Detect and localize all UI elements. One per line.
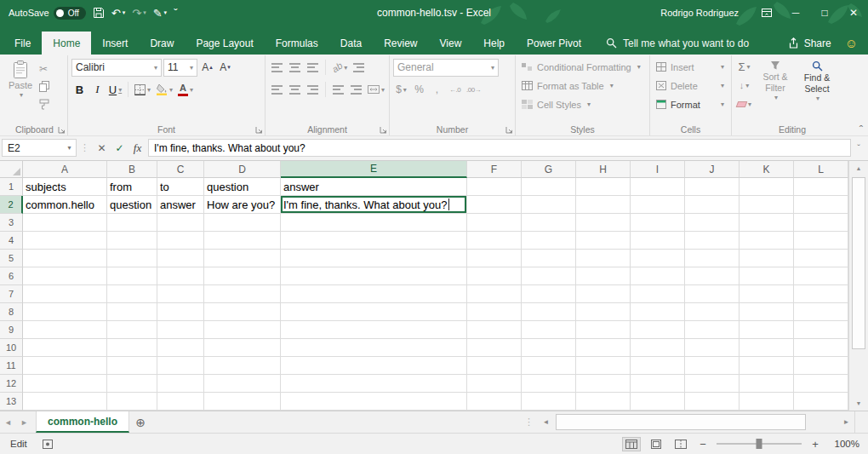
- accounting-format-button[interactable]: $▾: [393, 81, 409, 99]
- cell-E12[interactable]: [281, 375, 467, 393]
- cell-L12[interactable]: [794, 375, 848, 393]
- cell-D4[interactable]: [204, 232, 281, 250]
- cell-C9[interactable]: [157, 321, 204, 339]
- scroll-up-arrow[interactable]: ▲: [849, 161, 868, 175]
- cell-D1[interactable]: question: [204, 178, 281, 196]
- column-header-C[interactable]: C: [157, 161, 204, 178]
- tab-home[interactable]: Home: [42, 32, 91, 55]
- tab-insert[interactable]: Insert: [91, 32, 139, 55]
- column-header-G[interactable]: G: [522, 161, 576, 178]
- cell-K1[interactable]: [740, 178, 794, 196]
- percent-style-button[interactable]: %: [411, 81, 427, 99]
- cell-F3[interactable]: [467, 214, 522, 232]
- ribbon-display-options-button[interactable]: [752, 0, 781, 26]
- tab-power-pivot[interactable]: Power Pivot: [516, 32, 592, 55]
- cell-C3[interactable]: [157, 214, 204, 232]
- cell-K8[interactable]: [740, 303, 794, 321]
- cell-G12[interactable]: [522, 375, 576, 393]
- cell-B11[interactable]: [107, 357, 157, 375]
- vertical-scrollbar[interactable]: ▲ ▼: [848, 161, 868, 411]
- cell-H13[interactable]: [576, 393, 631, 411]
- cell-C6[interactable]: [157, 267, 204, 285]
- cell-F10[interactable]: [467, 339, 522, 357]
- cell-F2[interactable]: [467, 196, 522, 214]
- merge-center-button[interactable]: ▾: [366, 81, 386, 99]
- enter-button[interactable]: ✓: [111, 142, 128, 154]
- column-header-L[interactable]: L: [794, 161, 848, 178]
- active-cell[interactable]: I'm fine, thanks. What about you?: [281, 196, 467, 214]
- cell-I11[interactable]: [631, 357, 685, 375]
- cell-H1[interactable]: [576, 178, 631, 196]
- collapse-ribbon-button[interactable]: ˆ: [859, 126, 863, 135]
- cell-G6[interactable]: [522, 267, 576, 285]
- tab-formulas[interactable]: Formulas: [265, 32, 329, 55]
- vertical-scroll-track[interactable]: [852, 175, 865, 396]
- cell-G7[interactable]: [522, 285, 576, 303]
- cell-I4[interactable]: [631, 232, 685, 250]
- cell-J2[interactable]: [685, 196, 740, 214]
- cell-E4[interactable]: [281, 232, 467, 250]
- cell-A12[interactable]: [23, 375, 107, 393]
- row-header-1[interactable]: 1: [0, 178, 23, 196]
- clipboard-dialog-launcher[interactable]: [58, 126, 66, 134]
- cell-C11[interactable]: [157, 357, 204, 375]
- cut-button[interactable]: ✂: [39, 61, 49, 76]
- cell-L8[interactable]: [794, 303, 848, 321]
- italic-button[interactable]: I: [89, 81, 106, 99]
- cell-B1[interactable]: from: [107, 178, 157, 196]
- cell-K4[interactable]: [740, 232, 794, 250]
- customize-qat-button[interactable]: ˇ: [174, 7, 177, 20]
- new-sheet-button[interactable]: ⊕: [129, 416, 151, 429]
- align-top-button[interactable]: [269, 59, 285, 77]
- page-layout-view-button[interactable]: [648, 438, 665, 451]
- save-button[interactable]: [93, 7, 105, 19]
- cell-B3[interactable]: [107, 214, 157, 232]
- page-break-view-button[interactable]: [672, 438, 689, 451]
- zoom-level[interactable]: 100%: [829, 439, 859, 449]
- cell-F5[interactable]: [467, 250, 522, 267]
- column-header-I[interactable]: I: [631, 161, 685, 178]
- cell-H7[interactable]: [576, 285, 631, 303]
- horizontal-scroll-track[interactable]: [554, 411, 838, 433]
- cell-E7[interactable]: [281, 285, 467, 303]
- autosum-button[interactable]: Σ▾: [735, 58, 753, 75]
- cell-G1[interactable]: [522, 178, 576, 196]
- cell-J4[interactable]: [685, 232, 740, 250]
- cell-D13[interactable]: [204, 393, 281, 411]
- cell-K2[interactable]: [740, 196, 794, 214]
- cell-H5[interactable]: [576, 250, 631, 267]
- cell-J3[interactable]: [685, 214, 740, 232]
- cell-G2[interactable]: [522, 196, 576, 214]
- scroll-right-arrow[interactable]: ►: [838, 418, 854, 426]
- column-header-D[interactable]: D: [204, 161, 281, 178]
- cell-B9[interactable]: [107, 321, 157, 339]
- tab-data[interactable]: Data: [329, 32, 373, 55]
- font-color-button[interactable]: A ▾: [176, 81, 195, 99]
- format-as-table-button[interactable]: Format as Table ▾: [519, 77, 647, 95]
- cell-I12[interactable]: [631, 375, 685, 393]
- conditional-formatting-button[interactable]: Conditional Formatting ▾: [519, 58, 647, 76]
- cell-G9[interactable]: [522, 321, 576, 339]
- cell-B7[interactable]: [107, 285, 157, 303]
- column-header-E[interactable]: E: [281, 161, 467, 178]
- cell-E13[interactable]: [281, 393, 467, 411]
- cell-A3[interactable]: [23, 214, 107, 232]
- row-header-10[interactable]: 10: [0, 339, 23, 357]
- cell-E8[interactable]: [281, 303, 467, 321]
- cell-D9[interactable]: [204, 321, 281, 339]
- cell-D10[interactable]: [204, 339, 281, 357]
- cell-A6[interactable]: [23, 267, 107, 285]
- tab-splitter-handle[interactable]: ⋮: [520, 417, 538, 428]
- scroll-down-arrow[interactable]: ▼: [849, 396, 868, 411]
- column-header-K[interactable]: K: [740, 161, 794, 178]
- cell-K13[interactable]: [740, 393, 794, 411]
- cell-L9[interactable]: [794, 321, 848, 339]
- cell-styles-button[interactable]: Cell Styles ▾: [519, 95, 647, 113]
- row-header-13[interactable]: 13: [0, 393, 23, 411]
- cell-L1[interactable]: [794, 178, 848, 196]
- wrap-text-button[interactable]: [351, 59, 367, 77]
- row-header-5[interactable]: 5: [0, 250, 23, 267]
- cell-D6[interactable]: [204, 267, 281, 285]
- cell-F1[interactable]: [467, 178, 522, 196]
- macro-recording-button[interactable]: [37, 440, 58, 449]
